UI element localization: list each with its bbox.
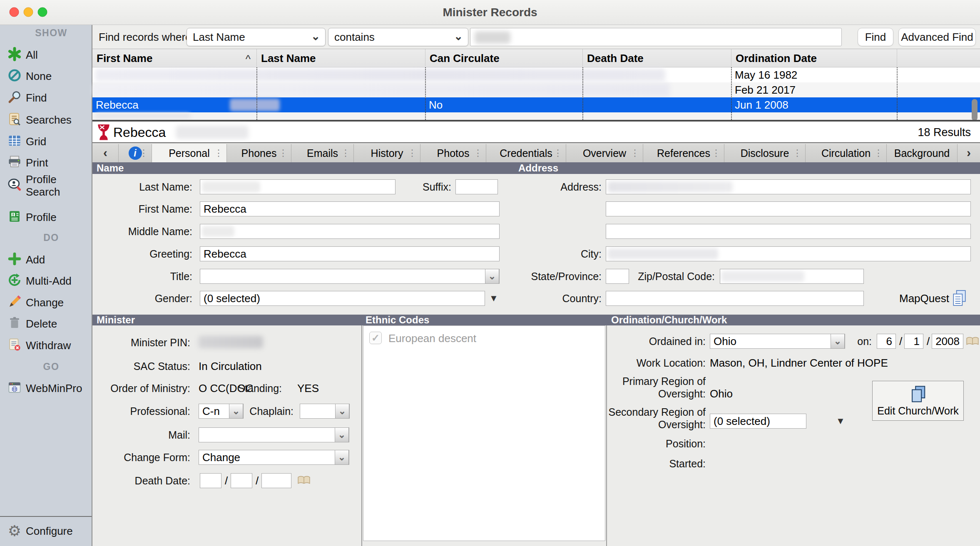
advanced-find-button[interactable]: Advanced Find xyxy=(898,28,976,46)
tab-background[interactable]: Background xyxy=(887,144,958,162)
sidebar-item-delete[interactable]: Delete xyxy=(0,315,92,333)
change-form-dropdown[interactable]: Change ⌄ xyxy=(199,450,349,465)
ethnic-code-item[interactable]: ✓ European descent xyxy=(363,326,605,350)
sidebar-item-profile[interactable]: Profile xyxy=(0,208,92,226)
gender-field[interactable]: (0 selected) xyxy=(200,291,485,306)
tab-scroll-left-button[interactable]: ‹ xyxy=(92,144,119,162)
sidebar-item-searches[interactable]: Searches xyxy=(0,111,92,129)
column-header-last-name[interactable]: Last Name xyxy=(257,49,425,67)
country-field[interactable] xyxy=(606,291,864,306)
trash-icon xyxy=(6,316,23,332)
dropdown-triangle-icon[interactable]: ▼ xyxy=(489,291,498,306)
close-window-icon[interactable] xyxy=(9,7,19,17)
personal-form: Last Name: Suffix: First Name: Rebecca M… xyxy=(92,174,980,315)
sidebar-item-withdraw[interactable]: Withdraw xyxy=(0,336,92,355)
ordination-day-field[interactable]: 1 xyxy=(904,334,923,349)
title-dropdown[interactable]: ⌄ xyxy=(200,269,500,284)
suffix-field[interactable] xyxy=(455,179,498,194)
column-header-first-name[interactable]: First Name ^ xyxy=(92,49,257,67)
chevron-down-icon[interactable]: ⌄ xyxy=(335,427,349,442)
tab-references[interactable]: References⋮ xyxy=(643,144,724,162)
address-line2-field[interactable] xyxy=(606,201,971,216)
sidebar: SHOW All None Find Searches Grid xyxy=(0,25,92,546)
middle-name-field[interactable] xyxy=(200,224,500,239)
sidebar-item-webminpro[interactable]: WebMinPro xyxy=(0,379,92,397)
ordained-in-dropdown[interactable]: Ohio ⌄ xyxy=(710,334,845,349)
address-line1-field[interactable] xyxy=(606,179,971,194)
mapquest-pages-icon[interactable] xyxy=(952,290,967,308)
sidebar-item-none[interactable]: None xyxy=(0,67,92,85)
sidebar-item-grid[interactable]: Grid xyxy=(0,132,92,151)
greeting-field[interactable]: Rebecca xyxy=(200,246,500,261)
redacted-last-name xyxy=(230,99,280,111)
zoom-window-icon[interactable] xyxy=(37,7,47,17)
profile-search-icon xyxy=(6,177,23,193)
find-button[interactable]: Find xyxy=(858,28,893,46)
tab-scroll-right-button[interactable]: › xyxy=(958,144,980,162)
calendar-book-icon[interactable] xyxy=(966,336,979,348)
chaplain-dropdown[interactable]: ⌄ xyxy=(300,404,350,419)
sidebar-item-configure[interactable]: ⚙ Configure xyxy=(0,522,92,540)
chevron-down-icon[interactable]: ⌄ xyxy=(335,450,349,465)
find-query-input[interactable] xyxy=(470,28,842,46)
state-province-field[interactable] xyxy=(606,269,629,284)
professional-dropdown[interactable]: C-n ⌄ xyxy=(199,404,244,419)
chevron-down-icon[interactable]: ⌄ xyxy=(229,404,243,419)
death-day-field[interactable] xyxy=(231,473,252,488)
column-header-death-date[interactable]: Death Date xyxy=(583,49,731,67)
tab-disclosure[interactable]: Disclosure⋮ xyxy=(724,144,806,162)
sidebar-item-profile-search[interactable]: Profile Search xyxy=(0,172,92,197)
city-field[interactable] xyxy=(606,246,971,261)
edit-church-work-button[interactable]: Edit Church/Work xyxy=(872,381,964,421)
sidebar-item-find[interactable]: Find xyxy=(0,89,92,107)
date-separator: / xyxy=(927,334,930,349)
column-header-ordination-date[interactable]: Ordination Date xyxy=(731,49,897,67)
redacted-city-value xyxy=(608,248,718,259)
ordination-year-field[interactable]: 2008 xyxy=(932,334,963,349)
first-name-field[interactable]: Rebecca xyxy=(200,201,500,216)
zip-postal-field[interactable] xyxy=(720,269,864,284)
tab-credentials[interactable]: Credentials⋮ xyxy=(486,144,566,162)
death-month-field[interactable] xyxy=(200,473,221,488)
table-row-partial[interactable] xyxy=(92,112,980,120)
redacted-row-values xyxy=(95,113,191,119)
redacted-query-value xyxy=(475,31,510,44)
date-separator: / xyxy=(899,334,902,349)
address-line3-field[interactable] xyxy=(606,224,971,239)
minimize-window-icon[interactable] xyxy=(23,7,33,17)
sidebar-item-all[interactable]: All xyxy=(0,46,92,64)
mapquest-button[interactable]: MapQuest xyxy=(899,291,949,306)
tab-circulation[interactable]: Circulation⋮ xyxy=(806,144,887,162)
chevron-down-icon[interactable]: ⌄ xyxy=(485,269,499,284)
checked-checkbox-icon[interactable]: ✓ xyxy=(369,332,382,344)
find-operator-select[interactable]: contains ⌄ xyxy=(328,28,468,46)
tab-phones[interactable]: Phones⋮ xyxy=(227,144,291,162)
last-name-field[interactable] xyxy=(200,179,395,194)
tab-photos[interactable]: Photos⋮ xyxy=(420,144,486,162)
table-row[interactable]: May 16 1982 xyxy=(92,67,980,82)
table-scrollbar-thumb[interactable] xyxy=(972,99,978,121)
chevron-down-icon[interactable]: ⌄ xyxy=(335,404,349,419)
tab-overview[interactable]: Overview⋮ xyxy=(566,144,643,162)
sidebar-item-multi-add[interactable]: Multi-Add xyxy=(0,272,92,290)
table-row[interactable]: Feb 21 2017 xyxy=(92,82,980,97)
sidebar-item-change[interactable]: Change xyxy=(0,293,92,312)
death-year-field[interactable] xyxy=(261,473,291,488)
chevron-down-icon[interactable]: ⌄ xyxy=(831,334,845,349)
dropdown-triangle-icon[interactable]: ▼ xyxy=(836,414,845,429)
tab-history[interactable]: History⋮ xyxy=(354,144,420,162)
tab-personal[interactable]: Personal⋮ xyxy=(152,144,227,162)
mail-dropdown[interactable]: ⌄ xyxy=(199,427,349,442)
tab-dots-icon: ⋮ xyxy=(341,144,350,162)
section-bar-name-address: Name Address xyxy=(92,162,980,174)
column-header-can-circulate[interactable]: Can Circulate xyxy=(425,49,583,67)
sidebar-item-add[interactable]: Add xyxy=(0,251,92,269)
tab-emails[interactable]: Emails⋮ xyxy=(291,144,354,162)
secondary-region-field[interactable]: (0 selected) xyxy=(710,414,806,429)
sidebar-item-print[interactable]: Print xyxy=(0,154,92,172)
calendar-book-icon[interactable] xyxy=(297,475,311,487)
find-field-select[interactable]: Last Name ⌄ xyxy=(187,28,326,46)
table-row-selected[interactable]: Rebecca No Jun 1 2008 xyxy=(92,97,980,112)
tab-info-button[interactable]: i ⋮ xyxy=(119,144,152,162)
ordination-month-field[interactable]: 6 xyxy=(877,334,896,349)
